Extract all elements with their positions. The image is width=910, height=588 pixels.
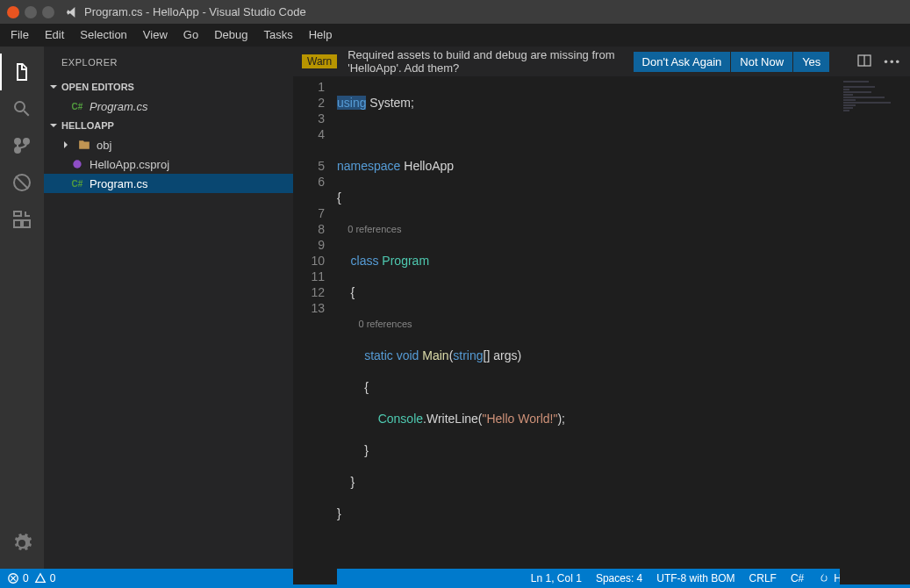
open-editor-item[interactable]: C# Program.cs: [44, 97, 293, 116]
activity-debug[interactable]: [0, 164, 44, 201]
tree-file-csproj[interactable]: HelloApp.csproj: [44, 154, 293, 174]
minimap[interactable]: [840, 77, 910, 584]
svg-point-1: [73, 160, 81, 168]
menu-file[interactable]: File: [4, 25, 36, 45]
folder-icon: [77, 138, 91, 152]
yes-button[interactable]: Yes: [793, 52, 829, 72]
maximize-window-button[interactable]: [42, 6, 54, 18]
menu-help[interactable]: Help: [302, 25, 340, 45]
window-controls: [7, 6, 54, 18]
error-icon: [7, 572, 19, 584]
csharp-file-icon: C#: [70, 176, 84, 190]
bug-icon: [11, 172, 32, 193]
files-icon: [11, 61, 32, 82]
git-icon: [11, 135, 32, 156]
warning-icon: [34, 572, 47, 584]
main: EXPLORER OPEN EDITORS C# Program.cs HELL…: [0, 47, 910, 569]
menu-selection[interactable]: Selection: [73, 25, 133, 45]
activity-search[interactable]: [0, 90, 44, 127]
gear-icon: [11, 533, 32, 554]
csproj-file-icon: [70, 157, 84, 171]
window-title: Program.cs - HelloApp - Visual Studio Co…: [65, 5, 306, 19]
activity-extensions[interactable]: [0, 201, 44, 238]
sidebar-title: EXPLORER: [44, 47, 293, 77]
menu-view[interactable]: View: [136, 25, 175, 45]
notification-bar: Warn Required assets to build and debug …: [293, 47, 910, 77]
line-gutter: 1 2 3 4 5 6 7 8 9 10 11 12 13: [293, 77, 337, 584]
editor-area: Warn Required assets to build and debug …: [293, 47, 910, 569]
folder-label: obj: [97, 139, 111, 152]
sidebar: EXPLORER OPEN EDITORS C# Program.cs HELL…: [44, 47, 293, 569]
window-title-text: Program.cs - HelloApp - Visual Studio Co…: [84, 5, 306, 18]
menubar: File Edit Selection View Go Debug Tasks …: [0, 24, 910, 47]
extensions-icon: [11, 209, 32, 230]
close-window-button[interactable]: [7, 6, 19, 18]
open-editor-label: Program.cs: [90, 100, 147, 113]
project-label: HELLOAPP: [61, 120, 114, 131]
section-open-editors[interactable]: OPEN EDITORS: [44, 77, 293, 97]
csharp-file-icon: C#: [70, 99, 84, 113]
code-area[interactable]: 1 2 3 4 5 6 7 8 9 10 11 12 13 using Syst…: [293, 47, 910, 584]
tree-folder-obj[interactable]: obj: [44, 135, 293, 154]
dont-ask-again-button[interactable]: Don't Ask Again: [634, 52, 731, 72]
chevron-down-icon: [47, 81, 60, 93]
activity-settings[interactable]: [0, 525, 44, 562]
chevron-down-icon: [47, 119, 60, 132]
titlebar: Program.cs - HelloApp - Visual Studio Co…: [0, 0, 910, 24]
split-editor-icon[interactable]: [857, 54, 871, 70]
activity-explorer[interactable]: [0, 54, 44, 90]
minimize-window-button[interactable]: [25, 6, 37, 18]
menu-edit[interactable]: Edit: [38, 25, 71, 45]
activitybar: [0, 47, 44, 569]
file-label: HelloApp.csproj: [90, 158, 169, 171]
vscode-icon: [65, 5, 79, 19]
activity-source-control[interactable]: [0, 127, 44, 164]
notification-message: Required assets to build and debug are m…: [348, 48, 622, 75]
tree-file-program[interactable]: C# Program.cs: [44, 174, 293, 193]
more-actions-icon[interactable]: •••: [884, 55, 901, 68]
section-project[interactable]: HELLOAPP: [44, 116, 293, 135]
status-warnings[interactable]: 0: [34, 572, 56, 584]
warn-badge: Warn: [302, 54, 337, 68]
menu-debug[interactable]: Debug: [207, 25, 254, 45]
search-icon: [11, 98, 32, 119]
chevron-right-icon: [60, 139, 72, 151]
not-now-button[interactable]: Not Now: [731, 52, 792, 72]
status-errors[interactable]: 0: [7, 572, 29, 584]
code-content[interactable]: using System; namespace HelloApp { 0 ref…: [337, 77, 840, 584]
menu-go[interactable]: Go: [176, 25, 205, 45]
file-label: Program.cs: [90, 177, 147, 190]
menu-tasks[interactable]: Tasks: [256, 25, 299, 45]
open-editors-label: OPEN EDITORS: [61, 82, 134, 92]
